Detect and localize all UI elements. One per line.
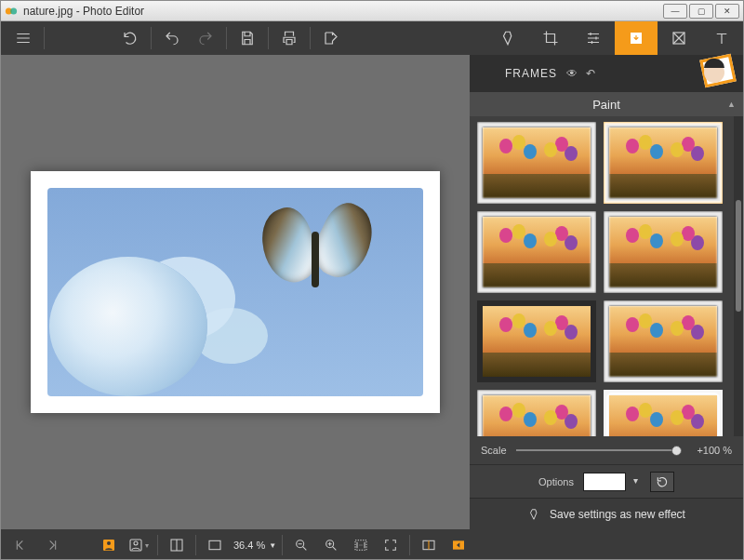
export-button[interactable] (314, 21, 348, 55)
apply-button[interactable] (444, 529, 473, 560)
toolbar-divider (268, 27, 269, 49)
compare-a-button[interactable] (94, 529, 124, 560)
frame-thumbnail[interactable] (604, 300, 723, 382)
canvas-area[interactable] (1, 55, 470, 529)
frame-thumbnail[interactable] (604, 390, 723, 436)
frame-thumbnail[interactable] (477, 122, 596, 204)
toolbar-divider (226, 27, 227, 49)
frames-scrollbar[interactable] (734, 116, 743, 436)
compare-b-button[interactable]: ▾ (124, 529, 153, 560)
scale-label: Scale (481, 445, 507, 456)
frames-category-label: Paint (592, 98, 620, 112)
crop-tab[interactable] (529, 21, 572, 55)
window-title: nature.jpg - Photo Editor (23, 5, 144, 18)
toolbar-divider (151, 27, 152, 49)
layout-split-button[interactable] (162, 529, 192, 560)
window-maximize-button[interactable]: ▢ (689, 4, 713, 19)
undo-button[interactable] (155, 21, 189, 55)
window-close-button[interactable]: ✕ (715, 4, 739, 19)
toolbar-divider (310, 27, 311, 49)
canvas-image (31, 171, 440, 413)
zoom-in-button[interactable] (316, 529, 346, 560)
svg-point-5 (107, 541, 111, 545)
window-titlebar: nature.jpg - Photo Editor — ▢ ✕ (1, 1, 743, 21)
frame-thumbnail[interactable] (604, 122, 723, 204)
bottom-toolbar: ▾ 36.4 % ▼ (1, 529, 743, 560)
before-button[interactable] (414, 529, 444, 560)
menu-button[interactable] (7, 21, 40, 55)
save-as-effect-label: Save settings as new effect (550, 508, 685, 521)
options-row: Options (470, 464, 743, 498)
adjustments-tab[interactable] (486, 21, 529, 55)
save-button[interactable] (231, 21, 264, 55)
svg-point-1 (10, 7, 17, 14)
frames-panel-title: FRAMES (505, 67, 557, 80)
text-tab[interactable] (700, 21, 743, 55)
avatar (697, 57, 734, 90)
frames-tab[interactable] (615, 21, 658, 55)
chevron-down-icon: ▼ (269, 541, 276, 550)
reset-button[interactable] (650, 472, 674, 492)
frame-thumbnail[interactable] (604, 211, 723, 293)
flask-icon (527, 508, 540, 521)
scale-value: +100 % (691, 445, 732, 456)
toolbar-divider (44, 27, 45, 49)
frame-thumbnail[interactable] (477, 211, 596, 293)
frame-thumbnail[interactable] (477, 300, 596, 382)
scale-row: Scale +100 % (470, 436, 743, 464)
frames-panel-header: FRAMES 👁 ↶ (470, 55, 743, 92)
undo-icon[interactable]: ↶ (581, 67, 600, 80)
next-image-button[interactable] (36, 529, 66, 560)
zoom-out-button[interactable] (286, 529, 316, 560)
zoom-readout[interactable]: 36.4 % ▼ (230, 540, 278, 551)
frame-thumbnail[interactable] (477, 390, 596, 436)
save-as-effect-button[interactable]: Save settings as new effect (470, 498, 743, 529)
fit-screen-button[interactable] (200, 529, 230, 560)
svg-rect-9 (209, 540, 220, 549)
fullscreen-button[interactable] (376, 529, 405, 560)
frames-category-header[interactable]: Paint ▲ (470, 92, 743, 116)
textures-tab[interactable] (658, 21, 700, 55)
scale-slider[interactable] (516, 449, 682, 451)
tune-tab[interactable] (572, 21, 615, 55)
frames-thumbnail-grid (477, 122, 739, 436)
app-icon (5, 5, 18, 18)
options-label: Options (538, 476, 574, 487)
top-toolbar (1, 21, 743, 55)
undo-history-button[interactable] (113, 21, 147, 55)
frames-panel: FRAMES 👁 ↶ Paint ▲ Scale +100 % Options (470, 55, 743, 529)
svg-point-7 (134, 541, 138, 545)
chevron-up-icon: ▲ (727, 100, 736, 109)
redo-button[interactable] (189, 21, 222, 55)
window-minimize-button[interactable]: — (663, 4, 687, 19)
options-color-swatch[interactable] (583, 473, 626, 491)
prev-image-button[interactable] (7, 529, 36, 560)
one-to-one-button[interactable] (346, 529, 376, 560)
zoom-value: 36.4 % (233, 540, 265, 551)
print-button[interactable] (272, 21, 306, 55)
eye-icon[interactable]: 👁 (563, 67, 581, 80)
